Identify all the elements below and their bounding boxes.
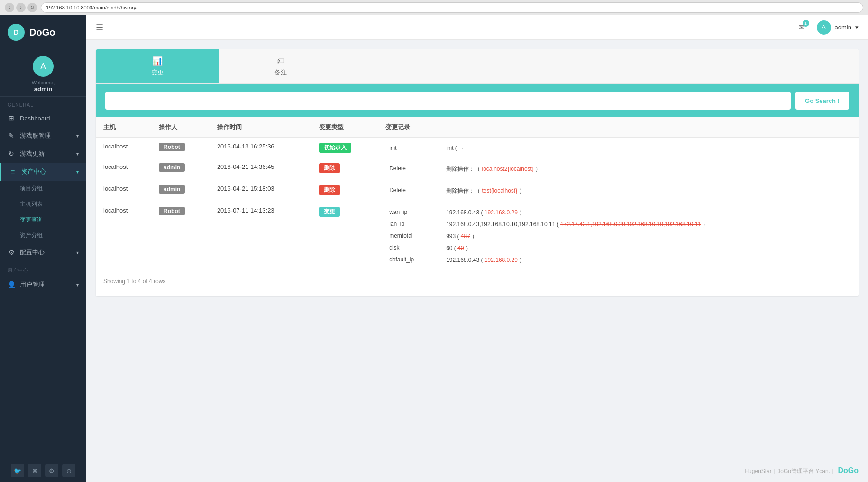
tab-note[interactable]: 🏷 备注 <box>219 49 342 83</box>
record-row: Delete删除操作：（ test{localhost} ） <box>385 185 851 197</box>
tab-change[interactable]: 📊 变更 <box>96 49 219 83</box>
cell-time: 2016-04-13 16:25:36 <box>210 138 311 158</box>
cell-host: localhost <box>96 138 151 158</box>
cell-change-record: wan_ip192.168.0.43 ( 192.168.0.29 ）lan_i… <box>378 202 859 271</box>
col-operator: 操作人 <box>151 117 210 138</box>
chevron-down-icon: ▾ <box>76 151 79 157</box>
table-row: localhostRobot2016-07-11 14:13:23变更wan_i… <box>96 202 859 271</box>
sidebar-item-game-server[interactable]: ✎ 游戏服管理 ▾ <box>0 127 86 145</box>
record-value: 60 ( 40 ） <box>442 242 851 254</box>
record-key: init <box>385 143 442 153</box>
footer-circle-icon[interactable]: ⊙ <box>62 464 75 477</box>
change-record-table: Delete删除操作：（ localhost2{localhost} ） <box>385 163 851 175</box>
user-menu[interactable]: A admin ▾ <box>817 20 859 35</box>
sidebar-sub-item-project-group[interactable]: 项目分组 <box>0 181 86 196</box>
record-key: Delete <box>385 185 442 197</box>
record-value: 删除操作：（ test{localhost} ） <box>442 185 851 197</box>
record-key: lan_ip <box>385 219 442 231</box>
sidebar-user: A Welcome, admin <box>0 49 86 97</box>
pagination-info: Showing 1 to 4 of 4 rows <box>96 271 859 291</box>
sidebar: D DoGo A Welcome, admin GENERAL ⊞ Dashbo… <box>0 15 86 482</box>
sidebar-item-asset-center[interactable]: ≡ 资产中心 ▾ <box>0 163 86 181</box>
logo-text: DoGo <box>29 27 55 38</box>
table-header-row: 主机 操作人 操作时间 变更类型 变更记录 <box>96 117 859 138</box>
forward-btn[interactable]: › <box>16 3 26 12</box>
url-bar[interactable] <box>41 2 863 13</box>
footer-twitter-icon[interactable]: 🐦 <box>11 464 24 477</box>
chevron-down-icon: ▾ <box>76 169 79 175</box>
sidebar-welcome: Welcome, <box>32 80 55 85</box>
record-row: Delete删除操作：（ localhost2{localhost} ） <box>385 163 851 175</box>
operator-badge: Robot <box>159 143 185 151</box>
content-area: 📊 变更 🏷 备注 Go Search ! <box>86 40 868 460</box>
cell-operator: Robot <box>151 202 210 271</box>
cell-change-type: 变更 <box>311 202 378 271</box>
sub-item-label: 变更查询 <box>20 216 43 223</box>
sidebar-sub-item-host-list[interactable]: 主机列表 <box>0 196 86 212</box>
footer-logo: DoGo <box>838 466 859 474</box>
record-row: wan_ip192.168.0.43 ( 192.168.0.29 ） <box>385 207 851 219</box>
game-server-icon: ✎ <box>8 132 15 139</box>
sidebar-item-game-update[interactable]: ↻ 游戏更新 ▾ <box>0 145 86 163</box>
col-time: 操作时间 <box>210 117 311 138</box>
app-container: D DoGo A Welcome, admin GENERAL ⊞ Dashbo… <box>0 15 868 482</box>
back-btn[interactable]: ‹ <box>5 3 14 12</box>
table-row: localhostadmin2016-04-21 14:36:45删除Delet… <box>96 158 859 180</box>
user-management-icon: 👤 <box>8 281 15 288</box>
main-area: ☰ ✉ 1 A admin ▾ 📊 <box>86 15 868 482</box>
change-type-badge: 删除 <box>319 163 340 173</box>
sub-item-label: 主机列表 <box>20 201 43 207</box>
record-row: initinit ( → <box>385 143 851 153</box>
sidebar-logo[interactable]: D DoGo <box>0 15 86 49</box>
sidebar-item-dashboard[interactable]: ⊞ Dashboard <box>0 110 86 127</box>
tab-bar: 📊 变更 🏷 备注 <box>96 49 859 84</box>
search-input[interactable] <box>105 92 791 110</box>
search-button[interactable]: Go Search ! <box>795 92 849 110</box>
record-value: 192.168.0.43 ( 192.168.0.29 ） <box>442 207 851 219</box>
footer-text: HugenStar | DoGo管理平台 Ycan. | <box>744 468 833 474</box>
record-row: disk60 ( 40 ） <box>385 242 851 254</box>
cell-time: 2016-07-11 14:13:23 <box>210 202 311 271</box>
avatar: A <box>33 56 54 77</box>
record-row: default_ip192.168.0.43 ( 192.168.0.29 ） <box>385 254 851 266</box>
change-type-badge: 删除 <box>319 185 340 195</box>
table-container: 主机 操作人 操作时间 变更类型 变更记录 localhostRobot2016… <box>96 117 859 296</box>
table-row: localhostRobot2016-04-13 16:25:36初始录入ini… <box>96 138 859 158</box>
cell-change-type: 删除 <box>311 158 378 180</box>
section-general-label: GENERAL <box>0 97 86 110</box>
operator-badge: Robot <box>159 207 185 215</box>
operator-badge: admin <box>159 185 185 194</box>
footer-close-icon[interactable]: ✖ <box>28 464 41 477</box>
sidebar-sub-item-asset-group[interactable]: 资产分组 <box>0 228 86 243</box>
change-record-table: wan_ip192.168.0.43 ( 192.168.0.29 ）lan_i… <box>385 207 851 266</box>
record-key: disk <box>385 242 442 254</box>
col-change-type: 变更类型 <box>311 117 378 138</box>
search-bar-area: Go Search ! <box>96 84 859 117</box>
sidebar-item-label: 游戏更新 <box>20 149 45 158</box>
cell-host: localhost <box>96 158 151 180</box>
col-change-record: 变更记录 <box>378 117 859 138</box>
table-row: localhostadmin2016-04-21 15:18:03删除Delet… <box>96 180 859 202</box>
config-center-icon: ⚙ <box>8 249 15 256</box>
data-table: 主机 操作人 操作时间 变更类型 变更记录 localhostRobot2016… <box>96 117 859 271</box>
sidebar-item-user-management[interactable]: 👤 用户管理 ▾ <box>0 276 86 294</box>
sidebar-sub-item-change-query[interactable]: 变更查询 <box>0 212 86 228</box>
menu-toggle-icon[interactable]: ☰ <box>96 22 103 33</box>
record-key: Delete <box>385 163 442 175</box>
record-row: memtotal993 ( 487 ） <box>385 231 851 242</box>
notification-button[interactable]: ✉ 1 <box>794 20 809 35</box>
change-record-table: initinit ( → <box>385 143 851 153</box>
user-avatar: A <box>817 20 831 35</box>
sidebar-item-label: 配置中心 <box>20 248 45 257</box>
cell-operator: admin <box>151 180 210 202</box>
header-username: admin <box>835 24 851 31</box>
refresh-btn[interactable]: ↻ <box>27 3 37 12</box>
cell-host: localhost <box>96 180 151 202</box>
content-card: 📊 变更 🏷 备注 Go Search ! <box>96 49 859 296</box>
chevron-down-icon: ▾ <box>76 133 79 139</box>
sidebar-item-config-center[interactable]: ⚙ 配置中心 ▾ <box>0 243 86 261</box>
change-type-badge: 初始录入 <box>319 143 351 153</box>
browser-nav[interactable]: ‹ › ↻ <box>5 3 37 12</box>
footer-gear-icon[interactable]: ⚙ <box>45 464 58 477</box>
header-icons: ✉ 1 A admin ▾ <box>794 20 859 35</box>
